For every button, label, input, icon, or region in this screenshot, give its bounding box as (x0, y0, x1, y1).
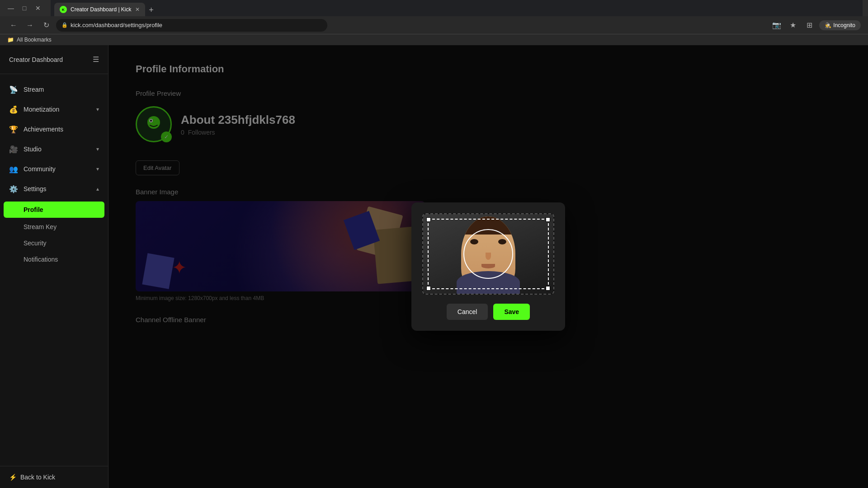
lock-icon: 🔒 (61, 22, 68, 28)
sidebar-item-label-achievements: Achievements (24, 126, 63, 133)
back-label: Back to Kick (20, 474, 55, 481)
active-tab[interactable]: K Creator Dashboard | Kick ✕ (54, 3, 145, 16)
chevron-down-icon-community: ▾ (96, 166, 99, 172)
sidebar-item-label-monetization: Monetization (24, 106, 59, 113)
sidebar-item-label-community: Community (24, 165, 56, 173)
modal-overlay: × (108, 45, 868, 488)
stream-key-label: Stream Key (24, 223, 57, 230)
sidebar-item-label-settings: Settings (24, 185, 47, 192)
profile-label: Profile (24, 206, 43, 213)
window-controls: — □ ✕ (5, 3, 43, 14)
main-content: Profile Information Profile Preview ✓ (108, 45, 868, 488)
crop-container (423, 214, 553, 294)
url-text: kick.com/dashboard/settings/profile (71, 22, 162, 28)
cancel-button[interactable]: Cancel (447, 304, 488, 320)
monetization-icon: 💰 (9, 105, 18, 114)
tab-title: Creator Dashboard | Kick (71, 6, 132, 13)
chevron-down-icon-studio: ▾ (96, 146, 99, 152)
sidebar-title: Creator Dashboard (9, 56, 63, 63)
sidebar-item-label-stream: Stream (24, 86, 44, 93)
stream-icon: 📡 (9, 85, 18, 94)
incognito-button[interactable]: 🕵 Incognito (819, 20, 861, 30)
tab-close-icon[interactable]: ✕ (135, 6, 140, 13)
bookmark-button[interactable]: ★ (787, 19, 799, 32)
sidebar-item-achievements[interactable]: 🏆 Achievements (0, 119, 108, 139)
settings-submenu: Profile Stream Key Security Notification… (0, 199, 108, 269)
notifications-label: Notifications (24, 256, 58, 263)
chevron-down-icon: ▾ (96, 106, 99, 113)
title-bar: — □ ✕ K Creator Dashboard | Kick ✕ + (0, 0, 868, 16)
avatar-crop-modal: × (411, 202, 565, 331)
sidebar-item-community[interactable]: 👥 Community ▾ (0, 159, 108, 179)
nav-bar: ← → ↻ 🔒 kick.com/dashboard/settings/prof… (0, 16, 868, 34)
achievements-icon: 🏆 (9, 125, 18, 134)
modal-actions: Cancel Save (422, 304, 554, 320)
sidebar-toggle-button[interactable]: ☰ (93, 55, 99, 64)
save-button[interactable]: Save (493, 304, 530, 320)
settings-icon: ⚙️ (9, 184, 18, 193)
address-bar[interactable]: 🔒 kick.com/dashboard/settings/profile (56, 19, 327, 32)
sidebar-item-studio[interactable]: 🎥 Studio ▾ (0, 139, 108, 159)
community-icon: 👥 (9, 164, 18, 174)
browser-chrome: — □ ✕ K Creator Dashboard | Kick ✕ + ← →… (0, 0, 868, 45)
sidebar-item-stream[interactable]: 📡 Stream (0, 80, 108, 99)
sidebar-nav: 📡 Stream 💰 Monetization ▾ 🏆 Achievements… (0, 74, 108, 466)
modal-image-area (422, 213, 554, 295)
back-icon: ⚡ (9, 474, 17, 481)
app-container: Creator Dashboard ☰ 📡 Stream 💰 Monetizat… (0, 45, 868, 488)
nav-actions: 📷 ★ ⊞ 🕵 Incognito (770, 19, 861, 32)
studio-icon: 🎥 (9, 145, 18, 154)
tab-favicon: K (60, 6, 67, 13)
sidebar-footer: ⚡ Back to Kick (0, 466, 108, 488)
forward-nav-button[interactable]: → (24, 19, 36, 32)
camera-off-icon[interactable]: 📷 (770, 19, 783, 32)
sidebar-item-security[interactable]: Security (0, 235, 108, 251)
chevron-up-icon-settings: ▴ (96, 186, 99, 192)
minimize-button[interactable]: — (5, 3, 16, 14)
maximize-button[interactable]: □ (19, 3, 30, 14)
sidebar-item-label-studio: Studio (24, 145, 42, 153)
tab-bar: K Creator Dashboard | Kick ✕ + (51, 0, 863, 16)
back-nav-button[interactable]: ← (7, 19, 20, 32)
sidebar-item-monetization[interactable]: 💰 Monetization ▾ (0, 99, 108, 119)
incognito-icon: 🕵 (825, 22, 831, 28)
close-button[interactable]: ✕ (33, 3, 43, 14)
sidebar-item-stream-key[interactable]: Stream Key (0, 219, 108, 235)
bookmarks-bar: 📁 All Bookmarks (0, 34, 868, 45)
sidebar-item-settings[interactable]: ⚙️ Settings ▴ (0, 179, 108, 199)
security-label: Security (24, 239, 47, 247)
bookmarks-icon: 📁 (7, 37, 14, 43)
sidebar: Creator Dashboard ☰ 📡 Stream 💰 Monetizat… (0, 45, 108, 488)
refresh-button[interactable]: ↻ (40, 19, 52, 32)
back-to-kick-button[interactable]: ⚡ Back to Kick (9, 474, 99, 481)
sidebar-header: Creator Dashboard ☰ (0, 45, 108, 74)
sidebar-item-notifications[interactable]: Notifications (0, 251, 108, 267)
new-tab-button[interactable]: + (145, 4, 158, 16)
split-view-button[interactable]: ⊞ (803, 19, 816, 32)
crop-circle (463, 229, 513, 279)
sidebar-item-profile[interactable]: Profile (4, 202, 104, 218)
